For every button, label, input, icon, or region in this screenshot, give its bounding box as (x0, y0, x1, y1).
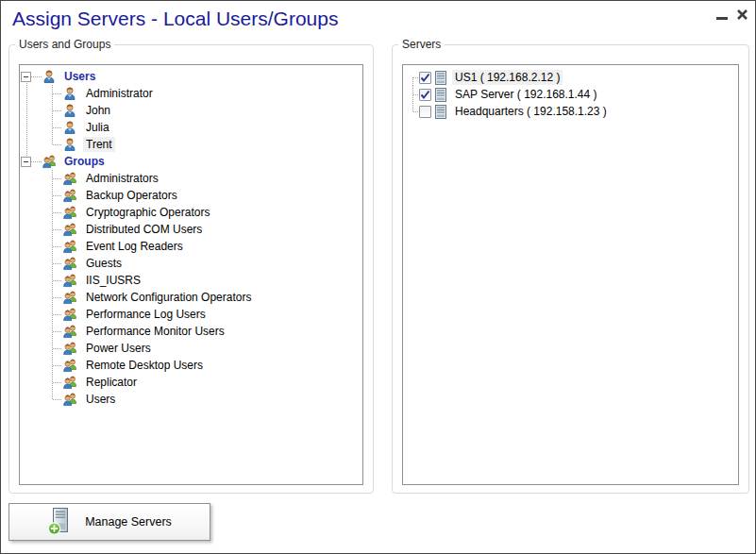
tree-item-label: John (83, 103, 113, 118)
close-button[interactable] (735, 8, 748, 21)
tree-item[interactable]: IIS_IUSRS (21, 272, 362, 289)
tree-connector (412, 103, 419, 120)
tree-item-label: Administrator (83, 86, 156, 101)
group-icon (62, 239, 77, 254)
tree-item-label: Groups (62, 155, 107, 168)
tree-connector (52, 323, 62, 340)
server-item-label: US1 ( 192.168.2.12 ) (452, 70, 563, 85)
tree-item-label: Users (62, 70, 97, 83)
tree-item[interactable]: Users (21, 391, 362, 408)
tree-connector (52, 374, 62, 391)
minimize-button[interactable] (715, 8, 729, 21)
tree-connector (52, 357, 62, 374)
tree-item-label: IIS_IUSRS (83, 273, 143, 288)
tree-connector (52, 102, 62, 119)
tree-item[interactable]: Administrators (21, 170, 362, 187)
tree-item[interactable]: Julia (21, 119, 362, 136)
server-item[interactable]: Headquarters ( 192.158.1.23 ) (412, 103, 738, 120)
tree-connector (52, 306, 62, 323)
tree-connector (31, 76, 42, 77)
tree-connector (52, 391, 62, 408)
group-icon (62, 205, 77, 220)
tree-item[interactable]: Groups (21, 153, 362, 170)
server-item-label: Headquarters ( 192.158.1.23 ) (452, 104, 610, 119)
tree-item[interactable]: Trent (21, 136, 362, 153)
group-icon (62, 222, 77, 237)
tree-item-label: Users (83, 392, 118, 407)
group-icon (62, 188, 77, 203)
users-groups-tree: UsersAdministratorJohnJuliaTrentGroupsAd… (19, 64, 363, 485)
user-icon (62, 137, 77, 152)
user-icon (42, 69, 57, 84)
server-checkbox[interactable] (419, 89, 431, 101)
tree-item[interactable]: Distributed COM Users (21, 221, 362, 238)
tree-item[interactable]: Performance Monitor Users (21, 323, 362, 340)
group-icon (62, 256, 77, 271)
tree-connector (52, 85, 62, 102)
tree-connector (52, 340, 62, 357)
tree-connector (412, 86, 419, 103)
user-icon (62, 86, 77, 101)
tree-item[interactable]: Remote Desktop Users (21, 357, 362, 374)
tree-connector (52, 272, 62, 289)
collapse-toggle-icon[interactable] (21, 157, 31, 167)
tree-connector (52, 119, 62, 136)
tree-item[interactable]: Backup Operators (21, 187, 362, 204)
tree-connector (52, 238, 62, 255)
tree-connector (412, 69, 419, 86)
tree-connector (52, 170, 62, 187)
group-icon (42, 154, 57, 169)
tree-item-label: Event Log Readers (83, 239, 186, 254)
tree-item-label: Power Users (83, 341, 154, 356)
user-icon (62, 103, 77, 118)
servers-groupbox-label: Servers (398, 38, 445, 51)
group-icon (62, 358, 77, 373)
server-item[interactable]: SAP Server ( 192.168.1.44 ) (412, 86, 738, 103)
tree-item-label: Trent (83, 137, 115, 152)
close-icon (736, 8, 748, 21)
server-checkbox[interactable] (419, 106, 431, 118)
server-icon (435, 88, 446, 102)
servers-list: US1 ( 192.168.2.12 )SAP Server ( 192.168… (402, 64, 739, 485)
group-icon (62, 341, 77, 356)
dialog-window: Assign Servers - Local Users/Groups User… (0, 0, 756, 554)
tree-item[interactable]: Network Configuration Operators (21, 289, 362, 306)
tree-connector (52, 187, 62, 204)
tree-item[interactable]: Users (21, 68, 362, 85)
user-icon (62, 120, 77, 135)
tree-item-label: Distributed COM Users (83, 222, 205, 237)
dialog-title: Assign Servers - Local Users/Groups (12, 8, 338, 30)
tree-item-label: Cryptographic Operators (83, 205, 212, 220)
add-server-icon (47, 508, 72, 536)
minimize-icon (716, 17, 728, 20)
tree-item[interactable]: John (21, 102, 362, 119)
tree-item[interactable]: Power Users (21, 340, 362, 357)
group-icon (62, 171, 77, 186)
manage-servers-label: Manage Servers (85, 515, 172, 529)
server-item-label: SAP Server ( 192.168.1.44 ) (452, 87, 600, 102)
tree-connector (31, 161, 42, 162)
server-checkbox[interactable] (419, 72, 431, 84)
manage-servers-button[interactable]: Manage Servers (8, 503, 210, 541)
users-groups-groupbox: Users and Groups UsersAdministratorJohnJ… (8, 44, 374, 494)
tree-item[interactable]: Performance Log Users (21, 306, 362, 323)
tree-item-label: Performance Log Users (83, 307, 209, 322)
tree-connector (52, 136, 62, 153)
tree-connector (52, 255, 62, 272)
group-icon (62, 392, 77, 407)
server-item[interactable]: US1 ( 192.168.2.12 ) (412, 69, 738, 86)
tree-item-label: Administrators (83, 171, 161, 186)
group-icon (62, 375, 77, 390)
tree-item-label: Remote Desktop Users (83, 358, 206, 373)
collapse-toggle-icon[interactable] (21, 72, 31, 82)
tree-item[interactable]: Event Log Readers (21, 238, 362, 255)
tree-connector (52, 221, 62, 238)
users-groups-groupbox-label: Users and Groups (15, 38, 114, 51)
tree-item[interactable]: Replicator (21, 374, 362, 391)
tree-item[interactable]: Administrator (21, 85, 362, 102)
tree-item-label: Replicator (83, 375, 140, 390)
tree-item[interactable]: Guests (21, 255, 362, 272)
servers-groupbox: Servers US1 ( 192.168.2.12 )SAP Server (… (392, 44, 749, 494)
tree-item-label: Backup Operators (83, 188, 180, 203)
tree-item[interactable]: Cryptographic Operators (21, 204, 362, 221)
